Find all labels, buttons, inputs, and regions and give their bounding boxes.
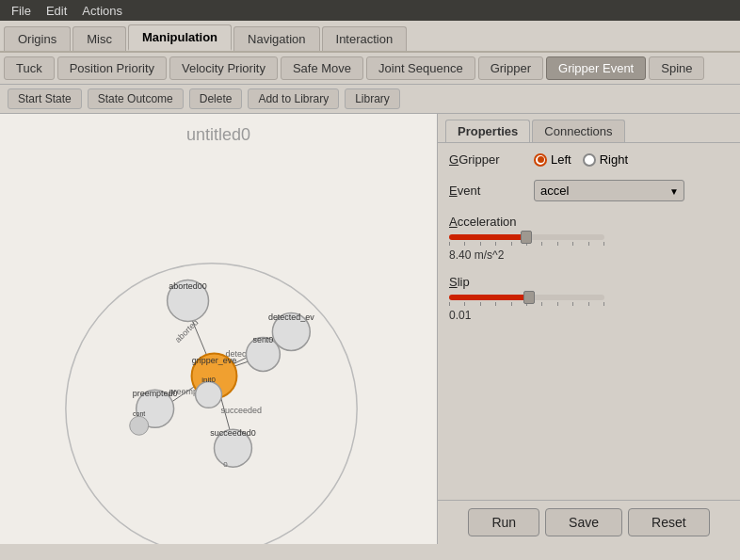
menubar: File Edit Actions: [0, 0, 740, 21]
svg-point-25: [130, 416, 149, 435]
slip-slider-track[interactable]: [449, 295, 604, 300]
tab-tuck[interactable]: Tuck: [4, 56, 55, 80]
gripper-right-option[interactable]: Right: [583, 152, 628, 167]
tick: [511, 302, 512, 306]
gripper-left-option[interactable]: Left: [534, 152, 571, 167]
slip-row: Slip: [449, 275, 729, 322]
library-button[interactable]: Library: [345, 88, 400, 109]
gripper-right-label: Right: [600, 152, 628, 167]
svg-text:aborted00: aborted00: [169, 281, 206, 291]
tick: [464, 302, 465, 306]
acceleration-value: 8.40 m/s^2: [449, 248, 604, 262]
gripper-row: GGripper Left Right: [449, 152, 729, 167]
tab-manipulation[interactable]: Manipulation: [128, 24, 232, 51]
state-outcome-button[interactable]: State Outcome: [88, 88, 184, 109]
gripper-right-radio[interactable]: [583, 153, 596, 167]
svg-text:sent0: sent0: [252, 335, 273, 344]
acceleration-slider-track[interactable]: [449, 234, 604, 240]
slip-slider-container: 0.01: [449, 295, 604, 322]
main-content: untitled0 aborted detected preempted suc…: [0, 114, 740, 544]
tick: [464, 242, 465, 246]
svg-text:preempted0: preempted0: [133, 389, 178, 398]
delete-button[interactable]: Delete: [189, 88, 243, 109]
tab-gripper[interactable]: Gripper: [478, 56, 543, 80]
tab-safe-move[interactable]: Safe Move: [281, 56, 363, 80]
tab-navigation[interactable]: Navigation: [233, 26, 319, 51]
tick: [480, 242, 481, 246]
event-label: Event: [449, 184, 534, 198]
menu-edit[interactable]: Edit: [39, 2, 74, 20]
state-machine-diagram[interactable]: aborted detected preempted succeeded abo…: [0, 114, 437, 544]
tick: [495, 302, 496, 306]
tick: [557, 242, 558, 246]
props-tabbar: Properties Connections: [438, 114, 740, 143]
svg-text:detected_ev: detected_ev: [268, 312, 314, 322]
bottom-buttons: Run Save Reset: [438, 500, 740, 544]
tick: [572, 242, 573, 246]
svg-text:cont: cont: [133, 410, 145, 417]
tab-connections[interactable]: Connections: [532, 120, 624, 142]
gripper-left-radio[interactable]: [534, 153, 547, 167]
tab-origins[interactable]: Origins: [4, 26, 71, 51]
slip-value: 0.01: [449, 309, 604, 322]
svg-text:0: 0: [223, 460, 228, 469]
gripper-label: GGripper: [449, 152, 534, 167]
reset-button[interactable]: Reset: [628, 508, 710, 536]
gripper-left-label: Left: [551, 152, 571, 167]
tab-properties[interactable]: Properties: [445, 120, 530, 142]
sm-svg: aborted detected preempted succeeded abo…: [0, 114, 437, 544]
tick: [603, 302, 604, 306]
props-content: GGripper Left Right Event: [438, 143, 740, 500]
subtabbar: Tuck Position Priority Velocity Priority…: [0, 53, 740, 85]
gripper-radio-group: Left Right: [534, 152, 628, 167]
tick: [449, 242, 450, 246]
svg-text:gripper_eve: gripper_eve: [192, 356, 236, 365]
canvas-area[interactable]: untitled0 aborted detected preempted suc…: [0, 114, 438, 544]
tick: [495, 242, 496, 246]
run-button[interactable]: Run: [468, 508, 539, 536]
tick: [588, 302, 589, 306]
save-button[interactable]: Save: [545, 508, 622, 536]
event-select-wrapper: accel slip contact force ▼: [534, 180, 684, 201]
props-panel: Properties Connections GGripper Left Rig…: [438, 114, 740, 544]
tab-velocity-priority[interactable]: Velocity Priority: [169, 56, 278, 80]
svg-text:succeeded0: succeeded0: [210, 428, 255, 438]
tab-position-priority[interactable]: Position Priority: [57, 56, 167, 80]
tick: [588, 242, 589, 246]
tick: [603, 242, 604, 246]
tab-misc[interactable]: Misc: [72, 26, 126, 51]
acceleration-slider-thumb[interactable]: [521, 231, 532, 244]
tick: [480, 302, 481, 306]
tick: [541, 242, 542, 246]
svg-text:init0: init0: [201, 376, 216, 384]
slip-slider-thumb[interactable]: [523, 291, 535, 304]
tick: [557, 302, 558, 306]
tab-gripper-event[interactable]: Gripper Event: [546, 56, 646, 80]
acceleration-row: Acceleration: [449, 215, 729, 262]
event-row: Event accel slip contact force ▼: [449, 180, 729, 201]
acceleration-label: Acceleration: [449, 215, 534, 229]
tick: [572, 302, 573, 306]
tick: [541, 302, 542, 306]
tick: [511, 242, 512, 246]
main-tabbar: Origins Misc Manipulation Navigation Int…: [0, 21, 740, 53]
actionbar: Start State State Outcome Delete Add to …: [0, 85, 740, 114]
menu-file[interactable]: File: [4, 2, 39, 20]
add-to-library-button[interactable]: Add to Library: [248, 88, 339, 109]
event-select[interactable]: accel slip contact force: [534, 180, 684, 201]
svg-point-19: [196, 381, 222, 408]
tick: [449, 302, 450, 306]
tab-spine[interactable]: Spine: [649, 56, 704, 80]
tab-joint-sequence[interactable]: Joint Sequence: [366, 56, 475, 80]
start-state-button[interactable]: Start State: [8, 88, 82, 109]
tab-interaction[interactable]: Interaction: [322, 26, 408, 51]
slip-label: Slip: [449, 275, 534, 289]
svg-text:succeeded: succeeded: [220, 406, 261, 415]
acceleration-slider-container: 8.40 m/s^2: [449, 234, 604, 262]
menu-actions[interactable]: Actions: [74, 2, 130, 20]
